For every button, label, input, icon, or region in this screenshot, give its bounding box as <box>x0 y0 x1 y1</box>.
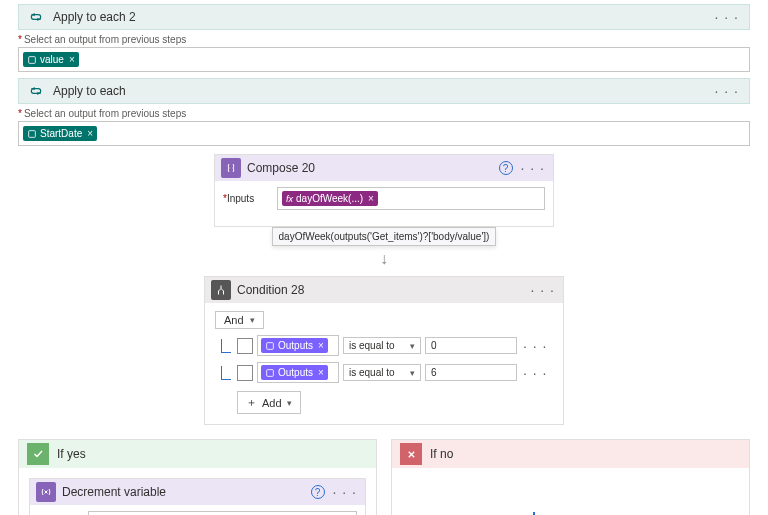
outputs-token[interactable]: Outputs × <box>261 338 328 353</box>
svg-rect-2 <box>267 342 274 349</box>
arrow-down-icon: ↓ <box>18 250 750 268</box>
condition-card: Condition 28 · · · And ▾ Outputs × <box>204 276 564 425</box>
expression-tooltip: dayOfWeek(outputs('Get_items')?['body/va… <box>272 227 497 246</box>
chevron-down-icon: ▾ <box>250 315 255 325</box>
close-icon <box>400 443 422 465</box>
row-more-icon[interactable]: · · · <box>521 339 549 353</box>
if-no-branch: If no Add an action <box>391 439 750 515</box>
if-yes-title: If yes <box>57 447 86 461</box>
variable-icon <box>36 482 56 502</box>
token-remove-icon[interactable]: × <box>318 367 324 378</box>
more-icon[interactable]: · · · <box>331 485 359 499</box>
loop-icon <box>27 82 45 100</box>
inner-output-label: *Select an output from previous steps <box>18 108 750 119</box>
outer-output-field[interactable]: value × <box>18 47 750 72</box>
chevron-down-icon: ▾ <box>410 368 415 378</box>
apply-to-each-2-header[interactable]: Apply to each 2 · · · <box>18 4 750 30</box>
outputs-token[interactable]: Outputs × <box>261 365 328 380</box>
svg-rect-3 <box>267 369 274 376</box>
loop-icon <box>27 8 45 26</box>
logic-dropdown[interactable]: And ▾ <box>215 311 264 329</box>
compose-icon <box>221 158 241 178</box>
branch-line <box>221 366 231 380</box>
apply-to-each-title: Apply to each <box>53 84 713 98</box>
more-icon[interactable]: · · · <box>529 283 557 297</box>
value-token[interactable]: value × <box>23 52 79 67</box>
more-icon[interactable]: · · · <box>713 84 741 98</box>
apply-to-each-header[interactable]: Apply to each · · · <box>18 78 750 104</box>
chevron-down-icon: ▾ <box>287 398 292 408</box>
left-operand-field[interactable]: Outputs × <box>257 335 339 356</box>
decrement-variable-card: Decrement variable ? · · · *Name NoWeekE… <box>29 478 366 515</box>
inputs-field[interactable]: fx dayOfWeek(...) × <box>277 187 545 210</box>
help-icon[interactable]: ? <box>311 485 325 499</box>
decrement-variable-header[interactable]: Decrement variable ? · · · <box>30 479 365 505</box>
plus-icon: ＋ <box>246 395 257 410</box>
left-operand-field[interactable]: Outputs × <box>257 362 339 383</box>
condition-title: Condition 28 <box>237 283 529 297</box>
condition-header[interactable]: Condition 28 · · · <box>205 277 563 303</box>
compose-title: Compose 20 <box>247 161 499 175</box>
if-no-title: If no <box>430 447 453 461</box>
condition-icon <box>211 280 231 300</box>
svg-rect-0 <box>29 56 36 63</box>
if-yes-branch: If yes Decrement variable ? · · · *Name <box>18 439 377 515</box>
outer-output-label: *Select an output from previous steps <box>18 34 768 45</box>
right-operand-field[interactable]: 6 <box>425 364 517 381</box>
row-more-icon[interactable]: · · · <box>521 366 549 380</box>
compose-card: Compose 20 ? · · · *Inputs fx dayOfWeek(… <box>214 154 554 227</box>
help-icon[interactable]: ? <box>499 161 513 175</box>
add-row-button[interactable]: ＋ Add ▾ <box>237 391 301 414</box>
right-operand-field[interactable]: 0 <box>425 337 517 354</box>
fx-token[interactable]: fx dayOfWeek(...) × <box>282 191 378 206</box>
check-icon <box>27 443 49 465</box>
svg-rect-1 <box>29 130 36 137</box>
compose-header[interactable]: Compose 20 ? · · · <box>215 155 553 181</box>
name-dropdown[interactable]: NoWeekEnds ▾ <box>88 511 357 515</box>
condition-row: Outputs × is equal to▾ 0 · · · <box>215 335 553 356</box>
more-icon[interactable]: · · · <box>519 161 547 175</box>
inner-output-field[interactable]: StartDate × <box>18 121 750 146</box>
startdate-token[interactable]: StartDate × <box>23 126 97 141</box>
row-checkbox[interactable] <box>237 365 253 381</box>
token-remove-icon[interactable]: × <box>87 128 93 139</box>
decrement-variable-title: Decrement variable <box>62 485 311 499</box>
more-icon[interactable]: · · · <box>713 10 741 24</box>
operator-dropdown[interactable]: is equal to▾ <box>343 337 421 354</box>
token-remove-icon[interactable]: × <box>368 193 374 204</box>
if-no-header[interactable]: If no <box>392 440 749 468</box>
chevron-down-icon: ▾ <box>410 341 415 351</box>
apply-to-each-2-title: Apply to each 2 <box>53 10 713 24</box>
inputs-label: *Inputs <box>223 193 271 204</box>
if-yes-header[interactable]: If yes <box>19 440 376 468</box>
token-remove-icon[interactable]: × <box>69 54 75 65</box>
row-checkbox[interactable] <box>237 338 253 354</box>
condition-row: Outputs × is equal to▾ 6 · · · <box>215 362 553 383</box>
branch-line <box>221 339 231 353</box>
token-remove-icon[interactable]: × <box>318 340 324 351</box>
operator-dropdown[interactable]: is equal to▾ <box>343 364 421 381</box>
